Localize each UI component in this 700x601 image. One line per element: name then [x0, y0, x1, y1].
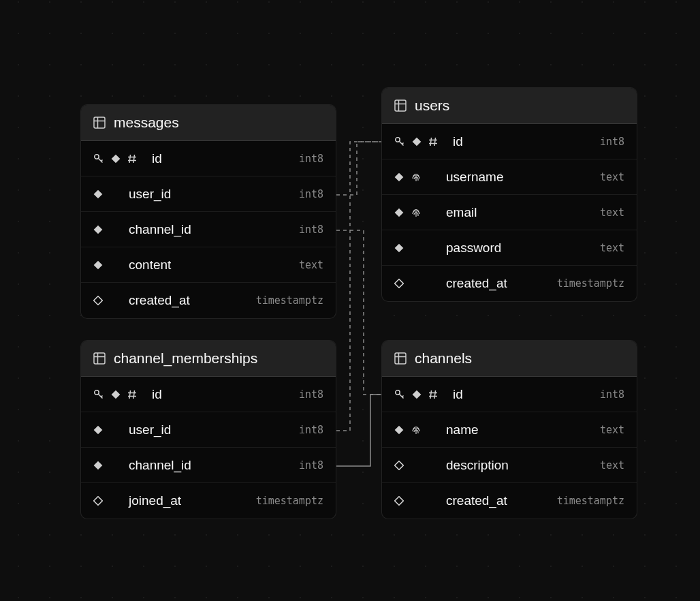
diamond-outline-icon: [394, 461, 404, 470]
svg-rect-36: [112, 390, 121, 399]
svg-line-51: [430, 390, 432, 399]
column-row[interactable]: joined_at timestamptz: [81, 483, 336, 519]
diamond-outline-icon: [93, 496, 103, 506]
diamond-filled-icon: [394, 243, 404, 253]
table-channel-memberships[interactable]: channel_memberships id int8 user_id int8…: [80, 340, 336, 519]
diamond-filled-icon: [394, 425, 404, 435]
column-name: content: [129, 258, 299, 273]
column-name: id: [152, 387, 299, 402]
column-row[interactable]: user_id int8: [81, 412, 336, 448]
table-users[interactable]: users id int8 username text email: [381, 87, 637, 302]
diamond-filled-icon: [111, 390, 121, 399]
column-name: name: [446, 422, 600, 437]
svg-rect-26: [395, 172, 404, 181]
column-row[interactable]: id int8: [382, 377, 637, 412]
table-title: users: [415, 97, 449, 114]
column-name: user_id: [129, 422, 299, 437]
column-type: int8: [299, 459, 323, 472]
svg-rect-28: [395, 243, 404, 252]
column-type: text: [600, 424, 624, 436]
svg-rect-30: [94, 353, 105, 364]
column-row[interactable]: user_id int8: [81, 176, 336, 212]
column-row[interactable]: created_at timestamptz: [382, 483, 637, 519]
svg-line-23: [434, 138, 436, 146]
column-row[interactable]: created_at timestamptz: [382, 266, 637, 301]
table-channels[interactable]: channels id int8 name text description: [381, 340, 637, 519]
column-row[interactable]: password text: [382, 230, 637, 266]
column-row[interactable]: name text: [382, 412, 637, 448]
table-title: channels: [415, 350, 472, 367]
svg-rect-43: [94, 497, 103, 506]
column-row[interactable]: description text: [382, 448, 637, 483]
svg-rect-42: [94, 461, 103, 469]
column-name: joined_at: [129, 493, 256, 508]
svg-rect-41: [94, 425, 103, 434]
column-name: channel_id: [129, 222, 299, 237]
column-row[interactable]: channel_id int8: [81, 448, 336, 483]
fingerprint-icon: [411, 207, 421, 218]
schema-canvas[interactable]: messages id int8 user_id int8 channel_id…: [0, 0, 700, 601]
svg-rect-15: [395, 100, 406, 111]
svg-line-52: [434, 390, 436, 399]
diamond-outline-icon: [394, 279, 404, 288]
svg-line-5: [101, 159, 103, 161]
table-header[interactable]: users: [382, 88, 637, 124]
table-icon: [93, 352, 106, 365]
column-type: int8: [299, 424, 323, 436]
svg-rect-27: [395, 208, 404, 217]
key-icon: [93, 389, 104, 400]
svg-rect-0: [94, 117, 105, 128]
svg-line-8: [133, 155, 135, 163]
column-row[interactable]: id int8: [382, 124, 637, 159]
svg-rect-6: [112, 154, 121, 163]
hash-icon: [127, 154, 137, 164]
table-messages[interactable]: messages id int8 user_id int8 channel_id…: [80, 104, 336, 319]
column-name: channel_id: [129, 458, 299, 473]
table-header[interactable]: channel_memberships: [81, 341, 336, 377]
column-name: id: [453, 134, 600, 149]
table-title: channel_memberships: [114, 350, 257, 367]
column-name: created_at: [446, 276, 557, 291]
column-row[interactable]: id int8: [81, 377, 336, 412]
svg-rect-14: [94, 296, 103, 305]
column-row[interactable]: username text: [382, 159, 637, 195]
column-row[interactable]: email text: [382, 195, 637, 230]
key-icon: [394, 389, 405, 400]
diamond-filled-icon: [394, 208, 404, 217]
svg-rect-21: [413, 137, 421, 146]
key-icon: [394, 136, 405, 147]
edge-messages-channelid-to-channels-id: [336, 230, 381, 395]
svg-line-35: [101, 395, 103, 397]
svg-point-3: [95, 154, 99, 158]
svg-rect-56: [395, 461, 404, 469]
column-row[interactable]: content text: [81, 247, 336, 283]
column-type: timestamptz: [256, 495, 323, 507]
table-header[interactable]: channels: [382, 341, 637, 377]
hash-icon: [428, 137, 438, 147]
diamond-filled-icon: [394, 172, 404, 182]
svg-rect-50: [413, 390, 421, 399]
column-row[interactable]: created_at timestamptz: [81, 283, 336, 318]
column-type: text: [600, 242, 624, 254]
diamond-filled-icon: [93, 425, 103, 435]
svg-rect-29: [395, 279, 404, 288]
svg-point-47: [396, 390, 400, 394]
column-name: id: [152, 151, 299, 166]
table-header[interactable]: messages: [81, 105, 336, 141]
edge-messages-userid-to-users-id: [336, 142, 381, 195]
svg-line-7: [129, 155, 131, 163]
column-name: id: [453, 387, 600, 402]
column-type: int8: [299, 153, 323, 165]
diamond-filled-icon: [93, 461, 103, 470]
fingerprint-icon: [411, 425, 421, 435]
column-row[interactable]: channel_id int8: [81, 212, 336, 247]
diamond-filled-icon: [412, 390, 421, 399]
svg-rect-44: [395, 353, 406, 364]
column-name: username: [446, 170, 600, 185]
column-name: password: [446, 241, 600, 256]
column-row[interactable]: id int8: [81, 141, 336, 176]
column-type: timestamptz: [557, 277, 624, 290]
hash-icon: [127, 390, 137, 399]
table-icon: [93, 117, 106, 129]
table-icon: [394, 99, 407, 112]
